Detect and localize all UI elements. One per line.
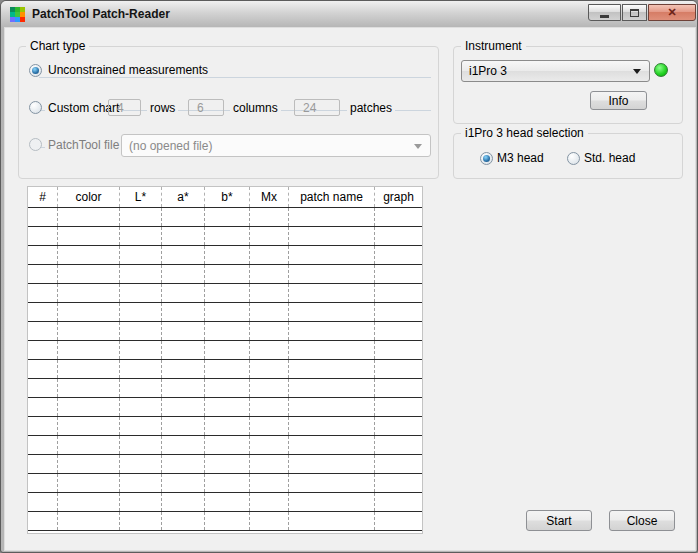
table-cell bbox=[289, 360, 375, 378]
info-button[interactable]: Info bbox=[590, 91, 647, 110]
radio-std-head-label: Std. head bbox=[584, 151, 635, 166]
table-cell bbox=[162, 493, 205, 511]
table-row[interactable] bbox=[28, 246, 422, 265]
table-row[interactable] bbox=[28, 265, 422, 284]
table-cell bbox=[289, 398, 375, 416]
chevron-down-icon bbox=[633, 69, 641, 74]
table-cell bbox=[120, 417, 162, 435]
patchtool-file-dropdown[interactable]: (no opened file) bbox=[121, 134, 431, 157]
patch-table: #colorL*a*b*Mxpatch namegraph bbox=[27, 186, 423, 534]
table-cell bbox=[250, 493, 289, 511]
table-row[interactable] bbox=[28, 284, 422, 303]
table-cell bbox=[28, 303, 58, 321]
table-cell bbox=[289, 208, 375, 226]
table-cell bbox=[58, 512, 120, 530]
table-cell bbox=[120, 360, 162, 378]
table-row[interactable] bbox=[28, 493, 422, 512]
radio-std-head[interactable] bbox=[567, 152, 580, 165]
table-cell bbox=[58, 493, 120, 511]
table-cell bbox=[205, 474, 250, 492]
instrument-dropdown[interactable]: i1Pro 3 bbox=[461, 60, 650, 82]
table-cell bbox=[162, 512, 205, 530]
table-cell bbox=[375, 398, 422, 416]
table-cell bbox=[120, 246, 162, 264]
columns-input[interactable]: 6 bbox=[188, 99, 224, 116]
table-cell bbox=[120, 436, 162, 454]
table-cell bbox=[250, 379, 289, 397]
table-cell bbox=[289, 303, 375, 321]
table-cell bbox=[28, 512, 58, 530]
table-cell bbox=[120, 474, 162, 492]
table-cell bbox=[58, 265, 120, 283]
table-cell bbox=[250, 360, 289, 378]
radio-m3-head[interactable] bbox=[480, 152, 493, 165]
table-row[interactable] bbox=[28, 227, 422, 246]
table-cell bbox=[162, 303, 205, 321]
table-row[interactable] bbox=[28, 455, 422, 474]
column-header: b* bbox=[205, 187, 250, 207]
table-row[interactable] bbox=[28, 379, 422, 398]
table-cell bbox=[289, 474, 375, 492]
table-cell bbox=[120, 341, 162, 359]
close-dialog-button[interactable]: Close bbox=[609, 510, 675, 531]
table-cell bbox=[205, 284, 250, 302]
radio-unconstrained[interactable] bbox=[29, 64, 42, 77]
table-row[interactable] bbox=[28, 303, 422, 322]
rows-input[interactable]: 4 bbox=[108, 99, 141, 116]
table-cell bbox=[120, 265, 162, 283]
table-row[interactable] bbox=[28, 322, 422, 341]
radio-patchtool-file[interactable] bbox=[29, 138, 42, 151]
rows-label: rows bbox=[147, 101, 178, 116]
instrument-group: Instrument bbox=[453, 46, 683, 124]
table-cell bbox=[205, 360, 250, 378]
table-cell bbox=[28, 379, 58, 397]
column-header: patch name bbox=[289, 187, 375, 207]
table-cell bbox=[162, 322, 205, 340]
table-cell bbox=[58, 436, 120, 454]
table-cell bbox=[28, 246, 58, 264]
radio-custom-chart[interactable] bbox=[29, 101, 42, 114]
radio-patchtool-file-label: PatchTool file bbox=[45, 138, 122, 153]
table-cell bbox=[162, 474, 205, 492]
table-cell bbox=[120, 379, 162, 397]
table-cell bbox=[375, 284, 422, 302]
table-cell bbox=[58, 474, 120, 492]
table-cell bbox=[162, 417, 205, 435]
chart-type-legend: Chart type bbox=[26, 39, 89, 54]
table-row[interactable] bbox=[28, 398, 422, 417]
table-row[interactable] bbox=[28, 512, 422, 531]
table-cell bbox=[289, 341, 375, 359]
table-cell bbox=[289, 322, 375, 340]
table-row[interactable] bbox=[28, 474, 422, 493]
table-cell bbox=[120, 208, 162, 226]
table-cell bbox=[250, 512, 289, 530]
table-cell bbox=[250, 322, 289, 340]
table-cell bbox=[58, 398, 120, 416]
table-cell bbox=[205, 398, 250, 416]
table-cell bbox=[28, 284, 58, 302]
table-cell bbox=[28, 436, 58, 454]
table-cell bbox=[375, 417, 422, 435]
table-header-row: #colorL*a*b*Mxpatch namegraph bbox=[28, 187, 422, 208]
table-cell bbox=[162, 341, 205, 359]
table-cell bbox=[375, 227, 422, 245]
table-row[interactable] bbox=[28, 360, 422, 379]
table-cell bbox=[120, 227, 162, 245]
table-row[interactable] bbox=[28, 208, 422, 227]
table-cell bbox=[205, 455, 250, 473]
table-cell bbox=[205, 493, 250, 511]
table-row[interactable] bbox=[28, 436, 422, 455]
table-cell bbox=[58, 303, 120, 321]
table-cell bbox=[250, 398, 289, 416]
column-header: L* bbox=[120, 187, 162, 207]
patches-input[interactable]: 24 bbox=[294, 99, 340, 116]
table-row[interactable] bbox=[28, 341, 422, 360]
table-cell bbox=[162, 246, 205, 264]
table-cell bbox=[250, 341, 289, 359]
start-button[interactable]: Start bbox=[526, 510, 592, 531]
table-cell bbox=[205, 265, 250, 283]
table-cell bbox=[58, 360, 120, 378]
table-cell bbox=[28, 493, 58, 511]
table-row[interactable] bbox=[28, 417, 422, 436]
table-cell bbox=[58, 455, 120, 473]
